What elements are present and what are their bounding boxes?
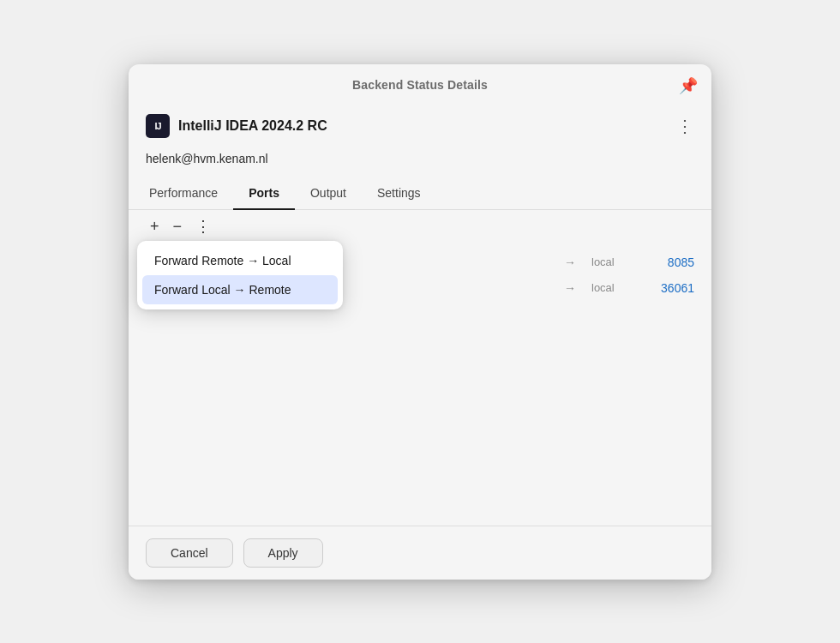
tab-output[interactable]: Output: [295, 177, 362, 210]
tab-performance[interactable]: Performance: [146, 177, 233, 210]
port-arrow-icon: →: [557, 255, 583, 269]
port-number[interactable]: 36061: [643, 281, 694, 295]
app-icon-text: IJ: [154, 121, 160, 131]
app-icon: IJ: [146, 114, 170, 138]
dialog-title: Backend Status Details: [352, 78, 488, 92]
ports-toolbar: + − ⋮ Forward Remote → Local Forward Loc…: [129, 210, 711, 243]
port-number[interactable]: 8085: [643, 255, 694, 269]
tab-ports[interactable]: Ports: [233, 177, 295, 210]
port-target: local: [591, 281, 634, 294]
user-email: helenk@hvm.kenam.nl: [129, 147, 711, 177]
add-port-button[interactable]: +: [146, 217, 164, 236]
more-options-button[interactable]: ⋮: [191, 217, 215, 236]
app-more-menu-icon[interactable]: ⋮: [676, 116, 694, 136]
remove-port-button[interactable]: −: [169, 217, 187, 236]
apply-button[interactable]: Apply: [243, 538, 323, 568]
pin-icon[interactable]: 📌: [679, 76, 698, 95]
forward-local-remote-option[interactable]: Forward Local → Remote: [142, 275, 338, 304]
port-arrow-icon: →: [557, 281, 583, 295]
add-port-dropdown: Forward Remote → Local Forward Local → R…: [137, 241, 343, 309]
app-name: IntelliJ IDEA 2024.2 RC: [178, 118, 327, 134]
app-info-left: IJ IntelliJ IDEA 2024.2 RC: [146, 114, 327, 138]
backend-status-dialog: Backend Status Details 📌 IJ IntelliJ IDE…: [129, 64, 711, 580]
dialog-header: Backend Status Details 📌: [129, 64, 711, 102]
app-info-section: IJ IntelliJ IDEA 2024.2 RC ⋮: [129, 102, 711, 147]
dialog-footer: Cancel Apply: [129, 526, 711, 580]
cancel-button[interactable]: Cancel: [146, 538, 233, 568]
forward-remote-local-option[interactable]: Forward Remote → Local: [142, 246, 338, 275]
tabs-bar: Performance Ports Output Settings: [129, 177, 711, 210]
port-target: local: [591, 255, 634, 268]
tab-settings[interactable]: Settings: [362, 177, 436, 210]
